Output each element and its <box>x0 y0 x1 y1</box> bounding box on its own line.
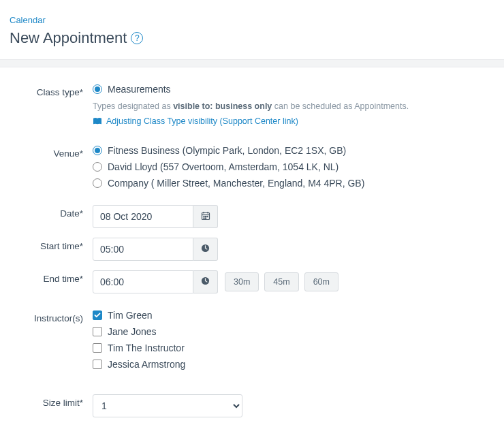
start-time-picker-button[interactable] <box>193 238 218 261</box>
checkbox-instructor-1[interactable] <box>93 327 102 336</box>
page-title: New Appointment ? <box>10 29 494 47</box>
breadcrumb-calendar-link[interactable]: Calendar <box>10 15 46 25</box>
page-title-text: New Appointment <box>10 29 127 47</box>
svg-point-6 <box>206 216 207 217</box>
book-icon <box>93 117 102 125</box>
support-center-link[interactable]: Adjusting Class Type visibility (Support… <box>93 116 494 126</box>
label-size-limit: Size limit* <box>10 394 93 408</box>
radio-class-type-measurements[interactable] <box>93 84 102 94</box>
date-picker-button[interactable] <box>193 205 218 228</box>
end-time-input[interactable] <box>93 270 193 293</box>
size-limit-select[interactable]: 1 <box>93 394 242 417</box>
checkbox-instructor-2[interactable] <box>93 343 102 353</box>
label-venue: Venue* <box>10 145 93 159</box>
checkbox-instructor-3[interactable] <box>93 360 102 369</box>
radio-label-measurements: Measurements <box>108 84 171 95</box>
instructor-name-1: Jane Jones <box>108 326 157 337</box>
svg-point-4 <box>203 216 204 217</box>
class-type-helper: Types designated as visible to: business… <box>93 101 494 111</box>
help-icon[interactable]: ? <box>131 32 143 44</box>
instructor-name-3: Jessica Armstrong <box>108 359 185 370</box>
svg-point-8 <box>205 217 206 218</box>
label-class-type: Class type* <box>10 84 93 97</box>
svg-point-5 <box>205 216 206 217</box>
clock-icon <box>201 276 210 287</box>
radio-label-venue-0: Fitness Business (Olympic Park, London, … <box>108 145 346 156</box>
radio-venue-1[interactable] <box>93 162 102 172</box>
label-date: Date* <box>10 205 93 219</box>
end-time-picker-button[interactable] <box>193 270 218 293</box>
radio-label-venue-2: Company ( Miller Street, Manchester, Eng… <box>108 178 364 189</box>
instructor-name-2: Tim The Instructor <box>108 343 185 353</box>
radio-venue-0[interactable] <box>93 146 102 155</box>
support-link-text: Adjusting Class Type visibility (Support… <box>106 116 298 126</box>
instructor-name-0: Tim Green <box>108 310 153 321</box>
label-instructors: Instructor(s) <box>10 310 93 323</box>
duration-30m-button[interactable]: 30m <box>225 272 259 291</box>
start-time-input[interactable] <box>93 238 193 261</box>
breadcrumb: Calendar <box>10 15 494 25</box>
duration-45m-button[interactable]: 45m <box>264 272 298 291</box>
calendar-icon <box>201 211 210 223</box>
label-start-time: Start time* <box>10 238 93 251</box>
radio-label-venue-1: David Lloyd (557 Overtoom, Amsterdam, 10… <box>108 161 338 172</box>
section-divider <box>0 59 504 67</box>
duration-60m-button[interactable]: 60m <box>304 272 338 291</box>
date-input[interactable] <box>93 205 193 228</box>
clock-icon <box>201 244 210 255</box>
radio-venue-2[interactable] <box>93 178 102 188</box>
svg-point-7 <box>203 217 204 218</box>
checkbox-instructor-0[interactable] <box>93 310 102 320</box>
label-end-time: End time* <box>10 270 93 284</box>
